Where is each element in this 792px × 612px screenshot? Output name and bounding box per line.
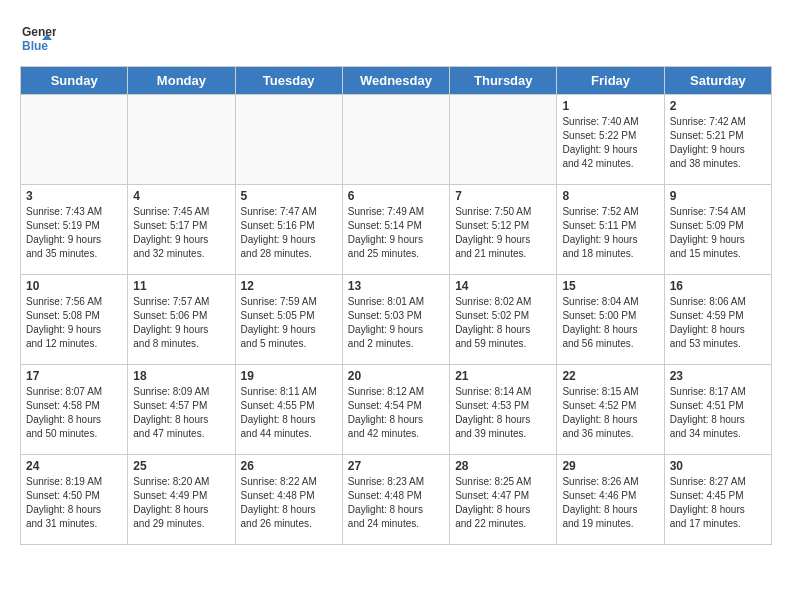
day-info: Sunrise: 7:50 AM Sunset: 5:12 PM Dayligh… [455, 205, 551, 261]
day-info: Sunrise: 8:17 AM Sunset: 4:51 PM Dayligh… [670, 385, 766, 441]
weekday-header-monday: Monday [128, 67, 235, 95]
day-number: 4 [133, 189, 229, 203]
day-info: Sunrise: 8:20 AM Sunset: 4:49 PM Dayligh… [133, 475, 229, 531]
week-row-2: 10Sunrise: 7:56 AM Sunset: 5:08 PM Dayli… [21, 275, 772, 365]
day-number: 11 [133, 279, 229, 293]
logo: General Blue [20, 20, 56, 56]
day-number: 14 [455, 279, 551, 293]
day-info: Sunrise: 8:22 AM Sunset: 4:48 PM Dayligh… [241, 475, 337, 531]
day-number: 17 [26, 369, 122, 383]
svg-text:Blue: Blue [22, 39, 48, 53]
day-info: Sunrise: 8:11 AM Sunset: 4:55 PM Dayligh… [241, 385, 337, 441]
day-info: Sunrise: 8:09 AM Sunset: 4:57 PM Dayligh… [133, 385, 229, 441]
calendar-cell: 7Sunrise: 7:50 AM Sunset: 5:12 PM Daylig… [450, 185, 557, 275]
header: General Blue [20, 20, 772, 56]
day-number: 16 [670, 279, 766, 293]
calendar-cell: 24Sunrise: 8:19 AM Sunset: 4:50 PM Dayli… [21, 455, 128, 545]
day-info: Sunrise: 8:14 AM Sunset: 4:53 PM Dayligh… [455, 385, 551, 441]
day-info: Sunrise: 8:01 AM Sunset: 5:03 PM Dayligh… [348, 295, 444, 351]
weekday-header-saturday: Saturday [664, 67, 771, 95]
calendar-cell: 5Sunrise: 7:47 AM Sunset: 5:16 PM Daylig… [235, 185, 342, 275]
day-number: 12 [241, 279, 337, 293]
calendar-cell: 18Sunrise: 8:09 AM Sunset: 4:57 PM Dayli… [128, 365, 235, 455]
calendar-cell: 12Sunrise: 7:59 AM Sunset: 5:05 PM Dayli… [235, 275, 342, 365]
calendar-cell: 4Sunrise: 7:45 AM Sunset: 5:17 PM Daylig… [128, 185, 235, 275]
day-info: Sunrise: 7:52 AM Sunset: 5:11 PM Dayligh… [562, 205, 658, 261]
day-info: Sunrise: 8:19 AM Sunset: 4:50 PM Dayligh… [26, 475, 122, 531]
day-info: Sunrise: 8:27 AM Sunset: 4:45 PM Dayligh… [670, 475, 766, 531]
day-number: 25 [133, 459, 229, 473]
day-number: 24 [26, 459, 122, 473]
day-number: 6 [348, 189, 444, 203]
calendar-cell: 17Sunrise: 8:07 AM Sunset: 4:58 PM Dayli… [21, 365, 128, 455]
calendar-cell: 20Sunrise: 8:12 AM Sunset: 4:54 PM Dayli… [342, 365, 449, 455]
day-number: 8 [562, 189, 658, 203]
day-number: 30 [670, 459, 766, 473]
calendar-cell [450, 95, 557, 185]
day-number: 1 [562, 99, 658, 113]
day-info: Sunrise: 8:12 AM Sunset: 4:54 PM Dayligh… [348, 385, 444, 441]
day-number: 23 [670, 369, 766, 383]
weekday-header-tuesday: Tuesday [235, 67, 342, 95]
calendar-cell: 22Sunrise: 8:15 AM Sunset: 4:52 PM Dayli… [557, 365, 664, 455]
day-number: 3 [26, 189, 122, 203]
day-info: Sunrise: 7:45 AM Sunset: 5:17 PM Dayligh… [133, 205, 229, 261]
day-number: 9 [670, 189, 766, 203]
weekday-header-sunday: Sunday [21, 67, 128, 95]
calendar-cell: 14Sunrise: 8:02 AM Sunset: 5:02 PM Dayli… [450, 275, 557, 365]
calendar-cell: 27Sunrise: 8:23 AM Sunset: 4:48 PM Dayli… [342, 455, 449, 545]
calendar-cell: 30Sunrise: 8:27 AM Sunset: 4:45 PM Dayli… [664, 455, 771, 545]
day-info: Sunrise: 8:02 AM Sunset: 5:02 PM Dayligh… [455, 295, 551, 351]
day-info: Sunrise: 8:04 AM Sunset: 5:00 PM Dayligh… [562, 295, 658, 351]
day-info: Sunrise: 8:25 AM Sunset: 4:47 PM Dayligh… [455, 475, 551, 531]
day-info: Sunrise: 7:57 AM Sunset: 5:06 PM Dayligh… [133, 295, 229, 351]
day-info: Sunrise: 7:42 AM Sunset: 5:21 PM Dayligh… [670, 115, 766, 171]
calendar-cell: 13Sunrise: 8:01 AM Sunset: 5:03 PM Dayli… [342, 275, 449, 365]
day-number: 5 [241, 189, 337, 203]
day-info: Sunrise: 8:23 AM Sunset: 4:48 PM Dayligh… [348, 475, 444, 531]
calendar-cell: 25Sunrise: 8:20 AM Sunset: 4:49 PM Dayli… [128, 455, 235, 545]
weekday-header-wednesday: Wednesday [342, 67, 449, 95]
day-number: 18 [133, 369, 229, 383]
week-row-1: 3Sunrise: 7:43 AM Sunset: 5:19 PM Daylig… [21, 185, 772, 275]
day-info: Sunrise: 7:47 AM Sunset: 5:16 PM Dayligh… [241, 205, 337, 261]
calendar-cell: 11Sunrise: 7:57 AM Sunset: 5:06 PM Dayli… [128, 275, 235, 365]
day-info: Sunrise: 7:56 AM Sunset: 5:08 PM Dayligh… [26, 295, 122, 351]
calendar-cell: 21Sunrise: 8:14 AM Sunset: 4:53 PM Dayli… [450, 365, 557, 455]
day-info: Sunrise: 8:26 AM Sunset: 4:46 PM Dayligh… [562, 475, 658, 531]
day-number: 10 [26, 279, 122, 293]
week-row-4: 24Sunrise: 8:19 AM Sunset: 4:50 PM Dayli… [21, 455, 772, 545]
day-info: Sunrise: 7:54 AM Sunset: 5:09 PM Dayligh… [670, 205, 766, 261]
day-info: Sunrise: 7:43 AM Sunset: 5:19 PM Dayligh… [26, 205, 122, 261]
week-row-0: 1Sunrise: 7:40 AM Sunset: 5:22 PM Daylig… [21, 95, 772, 185]
calendar-cell [128, 95, 235, 185]
calendar-cell: 8Sunrise: 7:52 AM Sunset: 5:11 PM Daylig… [557, 185, 664, 275]
day-number: 15 [562, 279, 658, 293]
day-number: 19 [241, 369, 337, 383]
calendar-cell: 1Sunrise: 7:40 AM Sunset: 5:22 PM Daylig… [557, 95, 664, 185]
day-number: 20 [348, 369, 444, 383]
calendar-cell: 23Sunrise: 8:17 AM Sunset: 4:51 PM Dayli… [664, 365, 771, 455]
day-info: Sunrise: 8:06 AM Sunset: 4:59 PM Dayligh… [670, 295, 766, 351]
day-info: Sunrise: 7:49 AM Sunset: 5:14 PM Dayligh… [348, 205, 444, 261]
logo-svg: General Blue [20, 20, 56, 56]
weekday-header-friday: Friday [557, 67, 664, 95]
calendar-cell: 26Sunrise: 8:22 AM Sunset: 4:48 PM Dayli… [235, 455, 342, 545]
calendar-cell [21, 95, 128, 185]
calendar-cell: 16Sunrise: 8:06 AM Sunset: 4:59 PM Dayli… [664, 275, 771, 365]
calendar-cell: 6Sunrise: 7:49 AM Sunset: 5:14 PM Daylig… [342, 185, 449, 275]
day-number: 27 [348, 459, 444, 473]
day-number: 28 [455, 459, 551, 473]
day-number: 13 [348, 279, 444, 293]
calendar-cell [342, 95, 449, 185]
day-info: Sunrise: 8:07 AM Sunset: 4:58 PM Dayligh… [26, 385, 122, 441]
calendar-cell: 9Sunrise: 7:54 AM Sunset: 5:09 PM Daylig… [664, 185, 771, 275]
day-number: 26 [241, 459, 337, 473]
calendar-cell: 10Sunrise: 7:56 AM Sunset: 5:08 PM Dayli… [21, 275, 128, 365]
day-number: 7 [455, 189, 551, 203]
day-info: Sunrise: 7:40 AM Sunset: 5:22 PM Dayligh… [562, 115, 658, 171]
day-info: Sunrise: 8:15 AM Sunset: 4:52 PM Dayligh… [562, 385, 658, 441]
day-info: Sunrise: 7:59 AM Sunset: 5:05 PM Dayligh… [241, 295, 337, 351]
calendar-cell: 19Sunrise: 8:11 AM Sunset: 4:55 PM Dayli… [235, 365, 342, 455]
calendar-table: SundayMondayTuesdayWednesdayThursdayFrid… [20, 66, 772, 545]
